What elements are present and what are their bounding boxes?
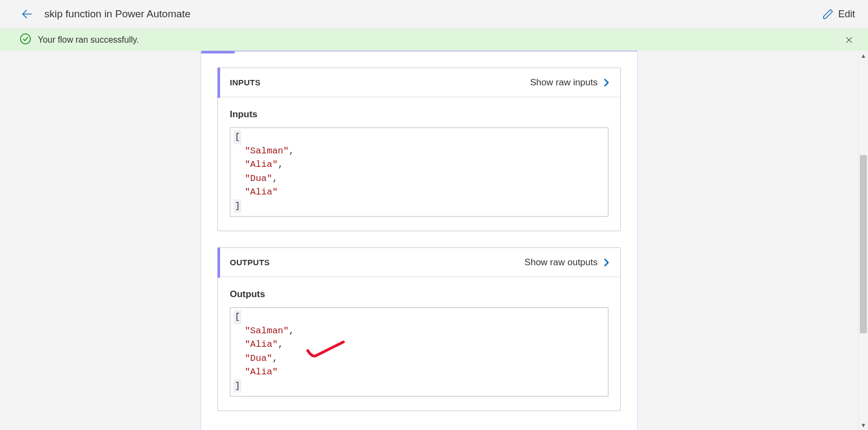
outputs-code-box[interactable]: [ "Salman", "Alia", "Dua", "Alia" ]: [230, 307, 608, 397]
pencil-icon: [822, 8, 834, 20]
edit-button[interactable]: Edit: [822, 8, 855, 20]
scroll-up-button[interactable]: ▲: [859, 51, 868, 61]
success-banner: Your flow ran successfully.: [0, 28, 868, 51]
canvas: INPUTS Show raw inputs Inputs [ "Salman"…: [0, 51, 868, 430]
outputs-panel: OUTPUTS Show raw outputs Outputs [ "Salm…: [217, 247, 621, 411]
inputs-code-box[interactable]: [ "Salman", "Alia", "Dua", "Alia" ]: [230, 127, 608, 217]
chevron-right-icon: [601, 77, 612, 88]
scroll-down-button[interactable]: ▼: [859, 420, 868, 430]
inputs-panel-header: INPUTS Show raw inputs: [218, 68, 620, 97]
banner-close-button[interactable]: [843, 34, 855, 46]
inputs-panel: INPUTS Show raw inputs Inputs [ "Salman"…: [217, 68, 621, 231]
edit-label: Edit: [838, 9, 855, 20]
scroll-thumb[interactable]: [860, 155, 867, 333]
inputs-body-label: Inputs: [230, 109, 608, 120]
show-raw-outputs-link[interactable]: Show raw outputs: [525, 257, 612, 268]
outputs-panel-header: OUTPUTS Show raw outputs: [218, 248, 620, 277]
back-button[interactable]: [19, 6, 35, 22]
svg-point-1: [21, 33, 30, 43]
inputs-title: INPUTS: [230, 78, 530, 87]
outputs-title: OUTPUTS: [230, 258, 525, 267]
chevron-right-icon: [601, 257, 612, 268]
arrow-left-icon: [21, 8, 34, 21]
vertical-scrollbar[interactable]: ▲ ▼: [858, 51, 868, 430]
outputs-body-label: Outputs: [230, 289, 608, 300]
close-icon: [845, 36, 853, 44]
check-circle-icon: [19, 33, 31, 47]
scroll-track[interactable]: [859, 61, 868, 420]
topbar: skip function in Power Automate Edit: [0, 0, 868, 28]
show-raw-outputs-label: Show raw outputs: [525, 257, 598, 268]
page-title: skip function in Power Automate: [44, 8, 822, 20]
show-raw-inputs-label: Show raw inputs: [530, 77, 598, 88]
show-raw-inputs-link[interactable]: Show raw inputs: [530, 77, 612, 88]
banner-message: Your flow ran successfully.: [38, 35, 139, 45]
action-card: INPUTS Show raw inputs Inputs [ "Salman"…: [201, 51, 638, 430]
